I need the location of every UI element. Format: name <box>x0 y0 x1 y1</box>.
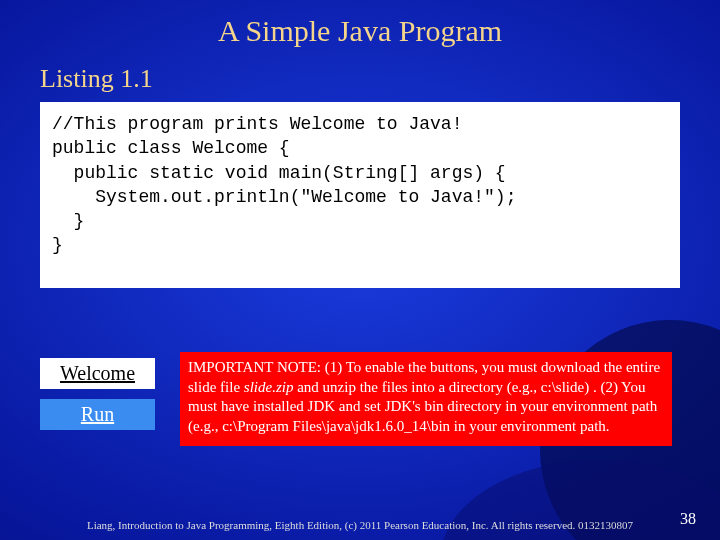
run-button[interactable]: Run <box>40 399 155 430</box>
page-number: 38 <box>680 510 696 528</box>
important-note: IMPORTANT NOTE: (1) To enable the button… <box>180 352 672 446</box>
slide-title: A Simple Java Program <box>0 0 720 48</box>
copyright-footer: Liang, Introduction to Java Programming,… <box>0 519 720 532</box>
code-listing: //This program prints Welcome to Java! p… <box>40 102 680 288</box>
welcome-button[interactable]: Welcome <box>40 358 155 389</box>
listing-label: Listing 1.1 <box>0 48 720 102</box>
button-group: Welcome Run <box>40 358 160 440</box>
note-slide-file: slide.zip <box>244 379 294 395</box>
